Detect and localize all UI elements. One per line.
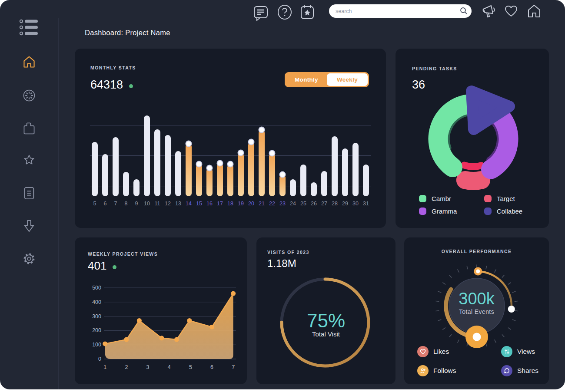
bar-x-label: 31 bbox=[363, 196, 369, 207]
bar-day-13[interactable]: 13 bbox=[173, 115, 183, 207]
heart-icon[interactable] bbox=[504, 5, 518, 20]
svg-text:5: 5 bbox=[189, 364, 192, 370]
bar-day-30[interactable]: 30 bbox=[351, 115, 360, 207]
bar-day-11[interactable]: 11 bbox=[153, 115, 162, 207]
weekly-views-value: 401 bbox=[88, 259, 116, 273]
message-icon[interactable] bbox=[253, 6, 268, 23]
sidebar-item-home[interactable] bbox=[22, 56, 37, 70]
bar-day-28[interactable]: 28 bbox=[330, 115, 339, 207]
bar-x-label: 16 bbox=[206, 196, 213, 207]
performance-caption: Total Events bbox=[404, 308, 549, 315]
sidebar-divider bbox=[58, 18, 59, 389]
toggle-option-weekly[interactable]: Weekly bbox=[327, 73, 368, 86]
sidebar-item-activity[interactable] bbox=[22, 89, 37, 104]
bar-x-label: 17 bbox=[217, 196, 223, 207]
bar-day-10[interactable]: 10 bbox=[142, 115, 152, 207]
bar-x-label: 18 bbox=[227, 196, 233, 207]
bar-day-18[interactable]: 18 bbox=[226, 115, 235, 207]
bar-x-label: 11 bbox=[155, 196, 160, 207]
list-menu-icon[interactable] bbox=[19, 18, 42, 38]
notes-icon bbox=[23, 186, 36, 202]
help-icon[interactable] bbox=[277, 4, 292, 22]
bar-day-9[interactable]: 9 bbox=[132, 115, 141, 207]
bar-day-15[interactable]: 15 bbox=[194, 115, 204, 207]
svg-text:100: 100 bbox=[92, 342, 101, 348]
search-icon[interactable] bbox=[460, 7, 468, 16]
bar-day-22[interactable]: 22 bbox=[267, 115, 277, 207]
toggle-option-monthly[interactable]: Monthly bbox=[286, 73, 327, 86]
bar-day-31[interactable]: 31 bbox=[361, 115, 371, 207]
bar-x-label: 12 bbox=[165, 196, 171, 207]
calendar-star-icon[interactable] bbox=[300, 4, 315, 22]
gear-icon bbox=[22, 252, 36, 267]
bar-day-27[interactable]: 27 bbox=[319, 115, 329, 207]
legend-item-shares: Shares bbox=[501, 365, 538, 376]
svg-text:7: 7 bbox=[232, 364, 235, 370]
bar-day-17[interactable]: 17 bbox=[215, 115, 225, 207]
bar-marker-dot bbox=[279, 171, 286, 178]
pending-tasks-donut-chart bbox=[396, 49, 549, 228]
bar-x-label: 24 bbox=[290, 196, 296, 207]
bar-chart-bars: 5678910111213141516171819202122232425262… bbox=[90, 115, 371, 207]
bar-day-5[interactable]: 5 bbox=[90, 115, 100, 207]
megaphone-icon[interactable] bbox=[482, 4, 497, 20]
legend-item-likes: Likes bbox=[417, 346, 449, 357]
sidebar-item-projects[interactable] bbox=[22, 122, 37, 136]
sidebar-item-favorites[interactable] bbox=[22, 154, 37, 169]
svg-text:3: 3 bbox=[146, 364, 150, 370]
bar-day-29[interactable]: 29 bbox=[340, 115, 350, 207]
bar-marker-dot bbox=[186, 141, 192, 147]
bar-x-label: 6 bbox=[104, 196, 107, 207]
legend-item-cambr: Cambr bbox=[419, 195, 451, 202]
visits-card: VISITS OF 2023 1.18M 75% Total Visit bbox=[256, 237, 396, 384]
bar-day-26[interactable]: 26 bbox=[309, 115, 319, 207]
bar-day-8[interactable]: 8 bbox=[121, 115, 131, 207]
weekly-views-label: WEEKLY PROJECT VIEWS bbox=[88, 251, 158, 257]
monthly-bar-chart: 5678910111213141516171819202122232425262… bbox=[90, 115, 371, 207]
sidebar-item-downloads[interactable] bbox=[22, 220, 37, 234]
sidebar-item-settings[interactable] bbox=[22, 252, 37, 267]
star-icon bbox=[22, 154, 36, 169]
bar-day-7[interactable]: 7 bbox=[111, 115, 120, 207]
bar-x-label: 15 bbox=[196, 196, 202, 207]
home-icon[interactable] bbox=[526, 3, 542, 21]
status-dot bbox=[129, 84, 133, 88]
search-input[interactable] bbox=[329, 4, 472, 18]
bar-day-24[interactable]: 24 bbox=[288, 115, 298, 207]
legend-item-collabee: Collabee bbox=[484, 208, 522, 215]
svg-text:300: 300 bbox=[92, 313, 101, 320]
bar-day-23[interactable]: 23 bbox=[278, 115, 287, 207]
timer-icon bbox=[22, 89, 36, 104]
svg-text:200: 200 bbox=[92, 327, 101, 333]
performance-value: 300k bbox=[404, 290, 549, 308]
svg-text:6: 6 bbox=[210, 364, 213, 370]
period-toggle[interactable]: Monthly Weekly bbox=[285, 72, 369, 87]
bar-x-label: 19 bbox=[238, 196, 244, 207]
bar-day-21[interactable]: 21 bbox=[257, 115, 266, 207]
svg-text:1: 1 bbox=[103, 364, 106, 370]
bar-day-14[interactable]: 14 bbox=[184, 115, 193, 207]
bar-marker-dot bbox=[217, 160, 223, 167]
legend-item-target: Target bbox=[484, 195, 515, 202]
bar-day-20[interactable]: 20 bbox=[246, 115, 256, 207]
bar-marker-dot bbox=[259, 127, 265, 133]
gramma-swatch bbox=[419, 208, 426, 215]
visits-caption: Total Visit bbox=[256, 330, 396, 338]
bar-marker-dot bbox=[238, 150, 244, 156]
bar-day-12[interactable]: 12 bbox=[163, 115, 173, 207]
page-title: Dashboard: Project Name bbox=[85, 29, 170, 37]
bar-day-19[interactable]: 19 bbox=[236, 115, 246, 207]
weekly-area-chart: 50040030020010001234567 bbox=[86, 281, 240, 376]
svg-text:4: 4 bbox=[168, 364, 171, 370]
monthly-stats-card: MONTHLY STATS 64318 Monthly Weekly 56789… bbox=[75, 49, 386, 228]
bar-marker-dot bbox=[196, 161, 203, 168]
bar-day-16[interactable]: 16 bbox=[205, 115, 214, 207]
bar-day-25[interactable]: 25 bbox=[299, 115, 308, 207]
bar-x-label: 10 bbox=[144, 196, 150, 207]
bar-x-label: 23 bbox=[279, 196, 286, 207]
weekly-views-card: WEEKLY PROJECT VIEWS 401 500400300200100… bbox=[75, 237, 247, 384]
bar-day-6[interactable]: 6 bbox=[100, 115, 110, 207]
bar-x-label: 5 bbox=[93, 196, 96, 207]
sidebar-item-notes[interactable] bbox=[22, 187, 37, 201]
svg-text:400: 400 bbox=[92, 299, 101, 305]
